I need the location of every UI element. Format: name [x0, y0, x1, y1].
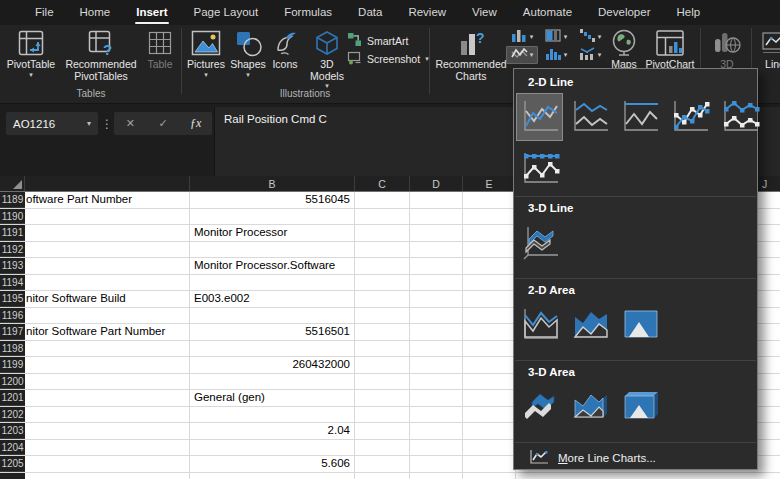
cell-d[interactable] — [410, 324, 463, 340]
tab-automate[interactable]: Automate — [510, 0, 585, 25]
row-header[interactable]: 1193 — [0, 258, 25, 274]
cell-e[interactable] — [463, 473, 516, 479]
cell-b[interactable] — [190, 374, 355, 390]
tab-review[interactable]: Review — [395, 0, 459, 25]
cell-b[interactable]: E003.e002 — [190, 291, 355, 307]
chart-type-stacked-line[interactable] — [566, 93, 613, 141]
chart-type-line-with-markers[interactable] — [666, 93, 713, 141]
column-header-a[interactable] — [25, 176, 190, 191]
pictures-button[interactable]: Pictures ▾ — [184, 27, 228, 79]
3d-map-button[interactable]: 3D — [704, 27, 750, 71]
icons-button[interactable]: Icons — [266, 27, 304, 71]
row-header[interactable]: 1195 — [0, 291, 25, 307]
cell-a[interactable]: oftware Part Number — [25, 192, 190, 208]
row-header[interactable]: 1191 — [0, 225, 25, 241]
cell-d[interactable] — [410, 308, 463, 324]
column-header-b[interactable]: B — [190, 176, 355, 191]
cell-c[interactable] — [355, 456, 410, 472]
pivotchart-button[interactable]: PivotChart — [644, 27, 696, 71]
cell-a[interactable] — [25, 440, 190, 456]
smartart-button[interactable]: SmartArt — [347, 32, 408, 49]
cell-b[interactable] — [190, 275, 355, 291]
cell-b[interactable] — [190, 440, 355, 456]
cell-b[interactable] — [190, 473, 355, 479]
cell-c[interactable] — [355, 423, 410, 439]
cell-a[interactable] — [25, 407, 190, 423]
cell-e[interactable] — [463, 390, 516, 406]
cell-c[interactable] — [355, 357, 410, 373]
cell-e[interactable] — [463, 357, 516, 373]
cell-e[interactable] — [463, 258, 516, 274]
insert-hierarchy-chart-button[interactable]: ▾ — [540, 28, 572, 46]
cell-a[interactable] — [25, 275, 190, 291]
cell-c[interactable] — [355, 324, 410, 340]
cell-b[interactable] — [190, 341, 355, 357]
cell-c[interactable] — [355, 209, 410, 225]
cell-e[interactable] — [463, 308, 516, 324]
cell-b[interactable]: 260432000 — [190, 357, 355, 373]
cell-a[interactable] — [25, 258, 190, 274]
cell-d[interactable] — [410, 390, 463, 406]
column-header-c[interactable]: C — [355, 176, 410, 191]
cell-a[interactable]: nitor Software Part Number — [25, 324, 190, 340]
cell-a[interactable] — [25, 308, 190, 324]
cell-b[interactable] — [190, 209, 355, 225]
tab-help[interactable]: Help — [663, 0, 713, 25]
cell-d[interactable] — [410, 341, 463, 357]
cell-d[interactable] — [410, 209, 463, 225]
cell-e[interactable] — [463, 291, 516, 307]
more-options-icon[interactable]: ⋮ — [101, 117, 113, 131]
cell-c[interactable] — [355, 390, 410, 406]
row-header[interactable]: 1192 — [0, 242, 25, 258]
row-header[interactable]: 1202 — [0, 407, 25, 423]
cell-b[interactable]: 2.04 — [190, 423, 355, 439]
tab-data[interactable]: Data — [345, 0, 395, 25]
insert-waterfall-chart-button[interactable]: ▾ — [574, 28, 606, 46]
insert-line-chart-button[interactable]: ▾ — [506, 46, 538, 64]
cell-a[interactable] — [25, 374, 190, 390]
row-header[interactable]: 1204 — [0, 440, 25, 456]
cell-d[interactable] — [410, 225, 463, 241]
insert-statistic-chart-button[interactable]: ▾ — [540, 46, 572, 64]
shapes-button[interactable]: Shapes ▾ — [228, 27, 268, 79]
cell-d[interactable] — [410, 440, 463, 456]
row-header[interactable] — [0, 473, 25, 479]
cell-e[interactable] — [463, 242, 516, 258]
row-header[interactable]: 1190 — [0, 209, 25, 225]
cell-a[interactable] — [25, 423, 190, 439]
tab-home[interactable]: Home — [67, 0, 124, 25]
tab-file[interactable]: File — [22, 0, 67, 25]
cell-d[interactable] — [410, 374, 463, 390]
row-header[interactable]: 1199 — [0, 357, 25, 373]
chart-type-100-stacked-area[interactable] — [616, 301, 663, 349]
tab-insert[interactable]: Insert — [123, 0, 180, 25]
cell-d[interactable] — [410, 258, 463, 274]
cell-a[interactable] — [25, 473, 190, 479]
cell-c[interactable] — [355, 308, 410, 324]
cell-e[interactable] — [463, 341, 516, 357]
cell-d[interactable] — [410, 357, 463, 373]
cell-d[interactable] — [410, 242, 463, 258]
pivottable-button[interactable]: PivotTable ▾ — [4, 27, 58, 79]
chart-type-100-stacked-line-with-markers[interactable] — [516, 145, 563, 193]
name-box[interactable]: AO1216 ▾ — [6, 112, 98, 135]
screenshot-button[interactable]: Screenshot ▾ — [347, 50, 429, 67]
chart-type-3d-100-stacked-area[interactable] — [616, 383, 663, 431]
cell-c[interactable] — [355, 407, 410, 423]
cell-b[interactable]: Monitor Processor — [190, 225, 355, 241]
cell-b[interactable]: General (gen) — [190, 390, 355, 406]
chart-type-3d-area[interactable] — [516, 383, 563, 431]
recommended-charts-button[interactable]: ? Recommended Charts — [433, 27, 509, 82]
more-line-charts-item[interactable]: More Line Charts... — [520, 447, 751, 469]
cell-d[interactable] — [410, 275, 463, 291]
cell-c[interactable] — [355, 258, 410, 274]
row-header[interactable]: 1200 — [0, 374, 25, 390]
row-header[interactable]: 1203 — [0, 423, 25, 439]
row-header[interactable]: 1196 — [0, 308, 25, 324]
cell-e[interactable] — [463, 225, 516, 241]
cell-a[interactable] — [25, 456, 190, 472]
cancel-icon[interactable]: ✕ — [114, 112, 147, 135]
cell-a[interactable] — [25, 341, 190, 357]
cell-d[interactable] — [410, 192, 463, 208]
cell-e[interactable] — [463, 324, 516, 340]
